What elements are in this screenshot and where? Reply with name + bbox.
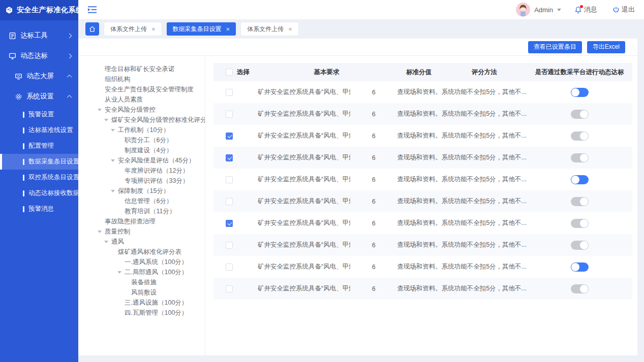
collapse-menu-icon[interactable] — [87, 6, 97, 14]
tab-2[interactable]: 体系文件上传 × — [241, 22, 298, 36]
sidebar-subitem-6[interactable]: 预警消息 — [0, 201, 78, 217]
tree-node-label: 工作机制（10分） — [118, 126, 169, 135]
tree-node[interactable]: 理念目标和矿长安全承诺 — [98, 64, 205, 74]
table-row: 矿井安全监控系统具备“风电、甲烷电、故障”闭锁及手... 6 查现场和资料。系统… — [213, 190, 632, 212]
row-checkbox[interactable] — [226, 154, 233, 161]
tree-node[interactable]: 保障制度（15分） — [111, 186, 205, 196]
caret-down-icon[interactable] — [104, 119, 108, 121]
dynamic-compliance-toggle[interactable] — [571, 284, 589, 293]
tree-node[interactable]: 风筒敷设 — [124, 287, 205, 298]
sidebar-item-dynamic-screen[interactable]: 动态大屏 — [0, 66, 78, 86]
select-all-checkbox[interactable] — [226, 69, 233, 76]
export-excel-button[interactable]: 导出Excel — [587, 41, 625, 53]
sidebar-item-standard-tools[interactable]: 达标工具 — [0, 25, 78, 46]
row-checkbox[interactable] — [226, 133, 233, 140]
user-menu[interactable]: Admin — [534, 6, 553, 14]
tree-node[interactable]: 职责分工（6分） — [117, 135, 205, 145]
tab-label: 数据采集条目设置 — [173, 25, 222, 34]
dynamic-compliance-toggle[interactable] — [571, 131, 589, 141]
dynamic-compliance-toggle[interactable] — [571, 241, 589, 250]
messages-button[interactable]: 消息 — [574, 5, 597, 14]
table-row: 矿井安全监控系统具备“风电、甲烷电、故障”闭锁及手... 6 查现场和资料。系统… — [213, 256, 632, 278]
tree-node[interactable]: 信息管理（6分） — [117, 196, 205, 206]
dynamic-compliance-toggle[interactable] — [571, 175, 589, 184]
tree-node[interactable]: 教育培训（11分） — [117, 206, 205, 216]
caret-down-icon[interactable] — [111, 190, 115, 192]
sidebar-item-system-settings[interactable]: 系统设置 — [0, 86, 78, 107]
column-header-select: 选择 — [237, 68, 250, 77]
tree-node[interactable]: 二.局部通风（100分） — [117, 267, 205, 277]
close-icon[interactable]: × — [151, 26, 156, 32]
dynamic-compliance-toggle[interactable] — [571, 219, 589, 228]
tab-0[interactable]: 体系文件上传 × — [104, 22, 162, 36]
dynamic-compliance-toggle[interactable] — [571, 262, 589, 272]
tree-expand-slot — [111, 190, 118, 192]
tree-node[interactable]: 煤矿安全风险分级管控标准化评分表 — [104, 115, 205, 125]
sidebar-submenu: 预警设置 达标基准线设置 配置管理 数据采集条目设置 双控系统条目设置 动态达标… — [0, 107, 78, 217]
dynamic-compliance-toggle[interactable] — [571, 88, 589, 97]
tree-node[interactable]: 年度辨识评估（12分） — [117, 166, 205, 176]
tree-node[interactable]: 安全风险便是评估（45分） — [111, 155, 205, 166]
caret-down-icon[interactable] — [111, 129, 115, 131]
dynamic-compliance-toggle[interactable] — [571, 153, 589, 162]
subitem-bar-icon — [23, 159, 24, 165]
tab-label: 体系文件上传 — [110, 25, 147, 34]
caret-down-icon[interactable] — [111, 159, 115, 162]
logout-button[interactable]: 退出 — [612, 5, 635, 14]
tree-node[interactable]: 安全生产责任制及安全管理制度 — [98, 84, 205, 94]
row-checkbox[interactable] — [226, 89, 233, 96]
tree-node[interactable]: 制度建设（4分） — [117, 145, 205, 155]
row-checkbox[interactable] — [226, 198, 233, 205]
sidebar-subitem-1[interactable]: 达标基准线设置 — [0, 122, 78, 138]
row-checkbox[interactable] — [226, 111, 233, 118]
row-checkbox[interactable] — [226, 264, 233, 271]
avatar[interactable] — [516, 3, 530, 17]
tree-node[interactable]: 通风 — [104, 237, 205, 247]
dynamic-compliance-toggle[interactable] — [571, 197, 589, 206]
sidebar-subitem-0[interactable]: 预警设置 — [0, 107, 78, 122]
panel-body: 理念目标和矿长安全承诺 组织机构 安全生产责任制及安全管理制度 从业人员素质 安… — [78, 56, 637, 355]
sidebar-subitem-4[interactable]: 双控系统条目设置 — [0, 170, 78, 185]
sidebar-subitem-2[interactable]: 配置管理 — [0, 138, 78, 154]
tree-node[interactable]: 装备措施 — [124, 277, 205, 287]
caret-down-icon[interactable] — [98, 231, 102, 233]
tree-expand-slot — [117, 271, 125, 274]
row-checkbox[interactable] — [226, 220, 233, 227]
tree-node[interactable]: 从业人员素质 — [98, 94, 205, 105]
tree-node[interactable]: 安全风险分级管控 — [98, 105, 205, 115]
caret-down-icon[interactable] — [98, 109, 102, 111]
caret-down-icon[interactable] — [104, 241, 108, 243]
view-configured-items-button[interactable]: 查看已设置条目 — [528, 41, 582, 53]
row-checkbox[interactable] — [226, 176, 233, 183]
tree-node[interactable]: 专项辨识评估（33分） — [117, 176, 205, 186]
tree-expand-slot — [111, 129, 118, 131]
home-tab[interactable] — [85, 22, 99, 36]
cell-method: 查现场和资料。系统功能不全扣5分，其他不... — [397, 197, 527, 206]
caret-down-icon[interactable] — [117, 271, 121, 274]
tree-node[interactable]: 事故隐患排查治理 — [98, 216, 205, 226]
tree-node[interactable]: 组织机构 — [98, 74, 205, 84]
sidebar-subitem-3[interactable]: 数据采集条目设置 — [0, 154, 78, 170]
tree-node[interactable]: 煤矿通风标准化评分表 — [111, 247, 205, 257]
row-checkbox[interactable] — [226, 242, 233, 249]
logout-label: 退出 — [622, 5, 635, 14]
tree-node[interactable]: 四.瓦斯管理（100分） — [117, 308, 205, 318]
cell-requirement: 矿井安全监控系统具备“风电、甲烷电、故障”闭锁及手... — [258, 153, 350, 162]
tree-node[interactable]: 工作机制（10分） — [111, 125, 205, 135]
tree-node[interactable]: 质量控制 — [98, 226, 205, 237]
app-logo-icon — [5, 6, 13, 14]
tree-node-label: 质量控制 — [105, 227, 130, 236]
close-icon[interactable]: × — [288, 26, 292, 32]
tree-node-label: 煤矿安全风险分级管控标准化评分表 — [111, 116, 205, 124]
row-checkbox[interactable] — [226, 285, 233, 292]
close-icon[interactable]: × — [226, 26, 230, 32]
gear-icon — [14, 92, 22, 101]
sidebar-item-dynamic-compliance[interactable]: 动态达标 — [0, 46, 78, 66]
tab-1[interactable]: 数据采集条目设置 × — [167, 22, 236, 36]
tree-node[interactable]: 三.通风设施（100分） — [117, 298, 205, 308]
tree-node[interactable]: 一.通风系统（100分） — [117, 257, 205, 267]
screen-icon — [14, 72, 22, 80]
dynamic-compliance-toggle[interactable] — [571, 110, 589, 119]
table-row: 矿井安全监控系统具备“风电、甲烷电、故障”闭锁及手... 6 查现场和资料。系统… — [213, 169, 632, 190]
sidebar-subitem-5[interactable]: 动态达标接收数据 — [0, 185, 78, 201]
